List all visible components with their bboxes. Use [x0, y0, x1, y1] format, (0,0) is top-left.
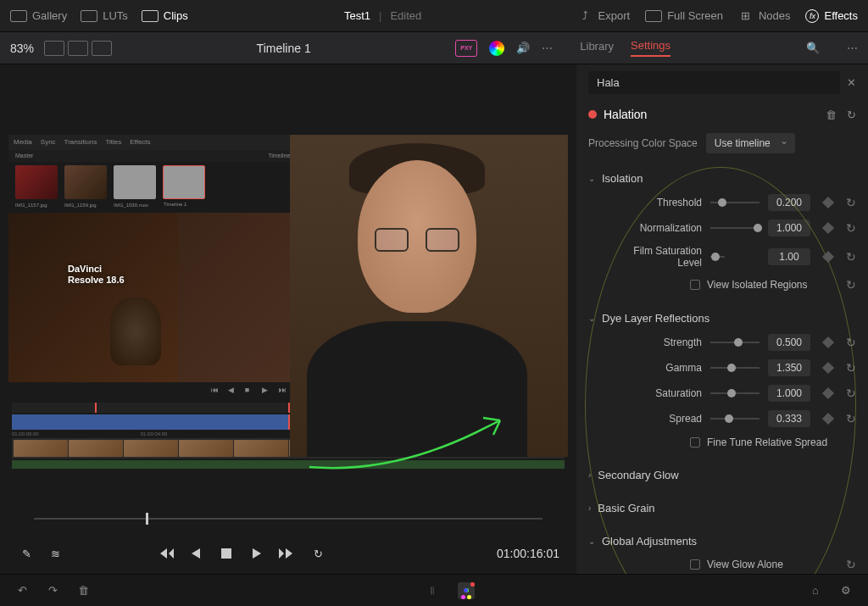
reset-icon[interactable]: ↻ — [846, 196, 856, 209]
view-isolated-checkbox[interactable] — [690, 280, 700, 290]
clear-search-icon[interactable]: ✕ — [847, 76, 856, 89]
transport-bar: ✎ ≋ ↻ 01:00:16:01 — [0, 533, 576, 574]
svg-rect-0 — [221, 548, 231, 559]
spread-slider[interactable] — [710, 418, 760, 420]
dye-section-header[interactable]: ⌄Dye Layer Reflections — [588, 307, 856, 330]
chevron-right-icon: › — [588, 470, 591, 480]
fullscreen-icon — [645, 10, 662, 22]
stop-button[interactable] — [217, 544, 236, 563]
view-single-button[interactable] — [44, 41, 64, 56]
spread-value[interactable] — [768, 410, 810, 427]
eyedropper-icon[interactable]: ✎ — [17, 544, 36, 563]
strength-value[interactable] — [768, 334, 810, 351]
keyframe-icon[interactable] — [822, 251, 834, 263]
chevron-down-icon: ⌄ — [588, 174, 595, 183]
fullscreen-button[interactable]: Full Screen — [645, 9, 723, 22]
strength-slider[interactable] — [710, 342, 760, 343]
reset-icon[interactable]: ↻ — [846, 278, 856, 292]
luts-icon — [81, 10, 97, 22]
viewer: MediaSyncTransitionsTitlesEffects Export… — [0, 64, 576, 518]
image-wipe-button[interactable]: PXY — [455, 40, 477, 57]
secondary-glow-header[interactable]: ›Secondary Glow — [588, 464, 856, 486]
keyframe-icon[interactable] — [822, 387, 834, 399]
timecode[interactable]: 01:00:16:01 — [497, 547, 559, 560]
luts-button[interactable]: LUTs — [81, 9, 128, 22]
reset-icon[interactable]: ↻ — [846, 558, 856, 571]
redo-icon[interactable]: ↷ — [44, 582, 61, 599]
reset-icon[interactable]: ↻ — [846, 250, 856, 264]
undo-icon[interactable]: ↶ — [14, 582, 31, 599]
colorspace-select[interactable]: Use timeline — [706, 133, 795, 153]
more-icon[interactable]: ⋯ — [542, 42, 553, 54]
zoom-level[interactable]: 83% — [10, 42, 34, 55]
settings-icon[interactable]: ⚙ — [837, 582, 854, 599]
film-sat-slider[interactable] — [710, 256, 725, 258]
trash-icon[interactable]: 🗑 — [826, 108, 837, 121]
reset-icon[interactable]: ↻ — [846, 361, 856, 375]
effects-panel: ✕ Halation 🗑 ↻ Processing Color Space Us… — [576, 64, 868, 574]
gamma-value[interactable] — [768, 359, 810, 376]
saturation-value[interactable] — [768, 385, 810, 402]
export-icon: ⤴ — [578, 8, 593, 24]
normalization-value[interactable] — [768, 220, 810, 236]
keyframe-icon[interactable] — [822, 222, 834, 234]
view-dual-button[interactable] — [68, 41, 88, 56]
play-button[interactable] — [248, 544, 266, 563]
fine-tune-checkbox[interactable] — [690, 437, 700, 448]
library-tab[interactable]: Library — [580, 40, 614, 56]
global-adjustments-header[interactable]: ⌄Global Adjustments — [588, 530, 856, 553]
audio-icon[interactable]: 🔊 — [516, 42, 530, 54]
color-page-icon[interactable] — [458, 582, 475, 599]
panel-more-icon[interactable]: ⋯ — [847, 42, 858, 54]
home-icon[interactable]: ⌂ — [807, 582, 824, 599]
first-frame-button[interactable] — [156, 544, 175, 563]
color-wheel-icon[interactable]: + — [489, 41, 504, 56]
settings-tab[interactable]: Settings — [631, 39, 670, 57]
reset-icon[interactable]: ↻ — [846, 386, 856, 400]
fusion-page-icon[interactable]: ⫴ — [424, 582, 441, 599]
clips-icon — [142, 10, 159, 22]
export-button[interactable]: ⤴Export — [578, 8, 631, 24]
threshold-slider[interactable] — [710, 202, 760, 203]
clips-button[interactable]: Clips — [142, 9, 188, 22]
keyframe-icon[interactable] — [822, 336, 834, 348]
search-icon[interactable]: 🔍 — [806, 42, 820, 54]
layers-icon[interactable]: ≋ — [46, 544, 64, 563]
project-title: Test1 — [344, 9, 370, 22]
reset-icon[interactable]: ↻ — [846, 336, 856, 349]
chevron-down-icon: ⌄ — [588, 537, 595, 546]
prev-button[interactable] — [186, 544, 205, 563]
gallery-icon — [10, 10, 27, 22]
saturation-slider[interactable] — [710, 392, 760, 394]
keyframe-icon[interactable] — [822, 362, 834, 374]
effects-icon: fx — [805, 9, 819, 23]
preview-monitor: MediaSyncTransitionsTitlesEffects Export… — [8, 135, 568, 457]
colorspace-label: Processing Color Space — [588, 137, 698, 149]
basic-grain-header[interactable]: ›Basic Grain — [588, 497, 856, 520]
isolation-section-header[interactable]: ⌄Isolation — [588, 167, 856, 190]
film-sat-value[interactable] — [768, 248, 810, 265]
reset-icon[interactable]: ↻ — [846, 412, 856, 425]
gamma-slider[interactable] — [710, 367, 760, 369]
delete-icon[interactable]: 🗑 — [75, 582, 92, 599]
keyframe-icon[interactable] — [822, 413, 834, 425]
threshold-value[interactable] — [768, 194, 810, 211]
keyframe-icon[interactable] — [822, 197, 834, 208]
bottom-bar: ↶ ↷ 🗑 ⫴ ⌂ ⚙ — [0, 574, 868, 606]
view-glow-checkbox[interactable] — [690, 559, 700, 570]
reset-icon[interactable]: ↻ — [846, 221, 856, 235]
normalization-slider[interactable] — [710, 227, 760, 229]
second-toolbar: 83% Timeline 1 PXY + 🔊 ⋯ Library Setting… — [0, 32, 868, 64]
effects-search-input[interactable] — [588, 71, 840, 94]
view-quad-button[interactable] — [92, 41, 112, 56]
effects-button[interactable]: fxEffects — [805, 9, 858, 23]
timeline-name[interactable]: Timeline 1 — [122, 42, 445, 55]
gallery-button[interactable]: Gallery — [10, 9, 67, 22]
effect-title: Halation — [604, 108, 647, 121]
last-frame-button[interactable] — [278, 544, 297, 563]
effect-enabled-dot[interactable] — [588, 110, 597, 119]
scrubber[interactable] — [34, 518, 542, 520]
loop-button[interactable]: ↻ — [309, 544, 327, 563]
reset-all-icon[interactable]: ↻ — [847, 108, 856, 121]
nodes-button[interactable]: ⊞Nodes — [738, 8, 791, 24]
